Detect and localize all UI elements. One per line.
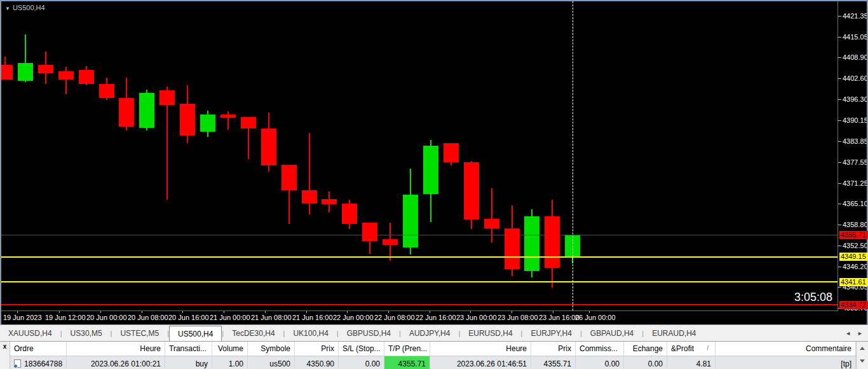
candle-body: [545, 216, 560, 268]
chart-tab-xauusd-h4[interactable]: XAUUSD,H4: [0, 325, 60, 341]
candle-body: [302, 190, 317, 204]
time-tick-label: 21 Jun 00:00: [210, 314, 250, 321]
chart-tab-us500-h4[interactable]: US500,H4: [169, 326, 222, 341]
order-cell-commiss-[interactable]: 0.00: [576, 356, 624, 369]
chart-panel: 3:05:08 ▼US500,H4 4421.354415.054408.904…: [0, 0, 868, 324]
close-icon[interactable]: x: [0, 342, 10, 351]
candle-body: [383, 239, 398, 245]
column-header-transacti-[interactable]: Transacti...: [165, 342, 212, 356]
time-tick-label: 20 Jun 16:00: [168, 314, 209, 321]
order-cell-s-l-stop-[interactable]: 0.00: [339, 356, 384, 369]
order-cell-prix[interactable]: 4355.71: [531, 356, 576, 369]
time-tick: [589, 311, 590, 313]
price-tick: [838, 37, 841, 38]
price-badge: 4349.15: [839, 253, 868, 261]
column-header-commentaire[interactable]: Commentaire: [715, 342, 856, 356]
order-cell-volume[interactable]: 1.00: [212, 356, 248, 369]
price-tick: [838, 99, 841, 100]
candle-body: [18, 63, 33, 81]
order-cell-symbole[interactable]: us500: [248, 356, 295, 369]
price-tick-label: 4408.90: [843, 53, 868, 61]
candle-body: [261, 129, 276, 165]
column-header--profit[interactable]: &Profit/: [667, 342, 715, 356]
chart-tab-eurjpy-h4[interactable]: EURJPY,H4: [522, 325, 580, 341]
time-axis[interactable]: 19 Jun 202319 Jun 12:0020 Jun 00:0020 Ju…: [1, 311, 837, 323]
column-header-heure[interactable]: Heure: [67, 342, 165, 356]
price-tick-label: 4377.55: [843, 158, 868, 166]
scroll-up-icon[interactable]: [860, 347, 865, 350]
candle-body: [423, 146, 438, 194]
column-header-echange[interactable]: Echange: [624, 342, 667, 356]
order-cell-t-p-pren-[interactable]: 4355.71: [384, 356, 430, 369]
order-cell-heure[interactable]: 2023.06.26 01:00:21: [67, 356, 165, 369]
order-cell-transacti-[interactable]: buy: [165, 356, 212, 369]
candle-body: [281, 165, 297, 190]
price-level-line[interactable]: [1, 281, 837, 282]
time-tick: [306, 311, 307, 313]
column-header-s-l-stop-[interactable]: S/L (Stop...: [339, 342, 384, 356]
column-header-ordre[interactable]: Ordre: [10, 342, 67, 356]
price-axis[interactable]: 4421.354415.054408.904402.604396.304390.…: [838, 1, 868, 310]
column-header-commiss-[interactable]: Commiss...: [576, 342, 624, 356]
chart-tab-eurusd-h4[interactable]: EURUSD,H4: [460, 325, 520, 341]
price-badge: 4341.61: [839, 278, 868, 286]
chart-tab-audjpy-h4[interactable]: AUDJPY,H4: [401, 325, 458, 341]
chevron-down-icon: ▼: [5, 6, 10, 11]
column-header-prix[interactable]: Prix: [531, 342, 576, 356]
price-level-line[interactable]: [1, 304, 837, 305]
order-cell-echange[interactable]: 0.00: [624, 356, 667, 369]
tab-scroll-left-icon[interactable]: ◄: [845, 330, 851, 337]
candle-body: [139, 93, 154, 128]
terminal-side-strip: x Terminal: [0, 342, 10, 369]
chart-symbol-label: ▼US500,H4: [5, 4, 45, 11]
order-cell-heure[interactable]: 2023.06.26 01:46:51: [430, 356, 531, 369]
time-tick-label: 23 Jun 08:00: [498, 314, 538, 321]
price-tick-label: 4396.30: [843, 95, 868, 103]
price-tick: [838, 225, 841, 225]
column-header-t-p-pren-[interactable]: T/P (Pren...: [384, 342, 430, 356]
time-tick: [182, 311, 183, 313]
candle-body: [362, 223, 377, 241]
terminal-scrollbar[interactable]: [856, 342, 868, 369]
price-tick: [838, 204, 841, 204]
chart-tab-ustec-m5[interactable]: USTEC,M5: [112, 325, 167, 341]
order-cell-commentaire[interactable]: [tp]: [715, 356, 856, 369]
tab-scroll-arrows: ◄►: [845, 325, 863, 342]
chart-area[interactable]: 3:05:08: [1, 1, 837, 310]
order-cell-ordre[interactable]: 183664788: [10, 356, 67, 369]
current-bar-vline: [573, 1, 573, 310]
time-tick-label: 22 Jun 00:00: [333, 314, 374, 321]
time-tick-label: 20 Jun 08:00: [128, 314, 168, 321]
order-row[interactable]: 1836647882023.06.26 01:00:21buy1.00us500…: [10, 356, 856, 369]
chart-tab-uk100-h4[interactable]: UK100,H4: [285, 325, 336, 341]
column-header-symbole[interactable]: Symbole: [248, 342, 295, 356]
symbol-period-text: US500,H4: [13, 4, 45, 11]
candle-body: [1, 65, 13, 80]
tab-scroll-right-icon[interactable]: ►: [857, 330, 863, 337]
chart-tabs-bar: XAUUSD,H4|US30,M5|USTEC,M5|US500,H4|TecD…: [0, 324, 868, 341]
chart-tab-gbpaud-h4[interactable]: GBPAUD,H4: [582, 325, 642, 341]
price-tick: [838, 141, 841, 142]
price-tick: [838, 162, 841, 163]
price-level-line[interactable]: [1, 256, 837, 258]
chart-tab-euraud-h4[interactable]: EURAUD,H4: [644, 325, 704, 341]
time-tick: [224, 311, 224, 313]
column-header-prix[interactable]: Prix: [295, 342, 339, 356]
price-tick-label: 4371.25: [843, 179, 868, 187]
chart-tab-us30-m5[interactable]: US30,M5: [62, 325, 111, 341]
price-tick-label: 4358.80: [843, 221, 868, 228]
order-cell--profit[interactable]: 4.81: [667, 356, 715, 369]
column-header-heure[interactable]: Heure: [430, 342, 531, 356]
price-level-line[interactable]: [1, 235, 837, 235]
column-header-volume[interactable]: Volume: [212, 342, 248, 356]
order-cell-prix[interactable]: 4350.90: [295, 356, 339, 369]
price-tick-label: 4365.10: [843, 200, 868, 207]
scroll-down-icon[interactable]: [860, 359, 865, 363]
sort-direction-icon[interactable]: /: [707, 345, 709, 351]
window-border-top: [0, 0, 868, 1]
candle-body: [444, 143, 459, 162]
time-tick: [142, 311, 142, 313]
chart-tab-gbpusd-h4[interactable]: GBPUSD,H4: [339, 325, 399, 341]
candle-body: [180, 104, 195, 136]
chart-tab-tecde30-h4[interactable]: TecDE30,H4: [224, 325, 283, 341]
